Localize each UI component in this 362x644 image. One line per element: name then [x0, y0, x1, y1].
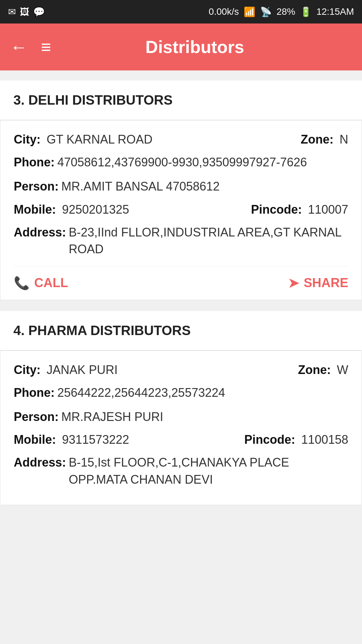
divider-1 — [14, 266, 348, 266]
page-title: Distributors — [64, 37, 325, 57]
share-button-1[interactable]: ➤ SHARE — [288, 276, 348, 290]
mobile-label-2: Mobile: — [14, 433, 56, 446]
signal-icon: 📡 — [260, 6, 272, 17]
call-label-1: CALL — [34, 276, 68, 290]
content: 3. DELHI DISTRIBUTORS City: GT KARNAL RO… — [0, 80, 362, 519]
zone-label-1: Zone: — [301, 132, 334, 146]
menu-button[interactable]: ≡ — [41, 37, 51, 57]
zone-value-1: N — [340, 132, 348, 146]
gallery-icon: 🖼 — [20, 6, 29, 17]
person-label-1: Person: — [14, 178, 59, 195]
city-label-2: City: — [14, 363, 41, 377]
action-row-1: 📞 CALL ➤ SHARE — [14, 272, 348, 290]
address-label-2: Address: — [14, 454, 66, 471]
battery-icon: 🔋 — [300, 6, 312, 17]
pincode-value-2: 1100158 — [301, 433, 348, 446]
mobile-value-1: 9250201325 — [62, 203, 129, 216]
section-header-1: 3. DELHI DISTRIBUTORS City: GT KARNAL RO… — [0, 80, 362, 300]
phone-icon-1: 📞 — [14, 276, 29, 290]
city-zone-row-2: City: JANAK PURI Zone: W — [14, 363, 348, 377]
person-value-1: MR.AMIT BANSAL 47058612 — [61, 178, 348, 195]
zone-value-2: W — [337, 363, 348, 377]
wifi-icon: 📶 — [244, 6, 255, 17]
distributor-card-2: City: JANAK PURI Zone: W Phone: 25644222… — [0, 351, 362, 505]
address-value-2: B-15,Ist FLOOR,C-1,CHANAKYA PLACE OPP.MA… — [69, 454, 348, 488]
phone-row-2: Phone: 25644222,25644223,25573224 — [14, 384, 348, 401]
section-name-1: DELHI DISTRIBUTORS — [28, 93, 172, 107]
phone-value-1: 47058612,43769900-9930,93509997927-7626 — [57, 154, 348, 171]
person-row-1: Person: MR.AMIT BANSAL 47058612 — [14, 178, 348, 195]
phone-value-2: 25644222,25644223,25573224 — [57, 384, 348, 401]
city-value-1: GT KARNAL ROAD — [47, 132, 153, 146]
section-index-1: 3 — [13, 93, 21, 107]
pincode-label-2: Pincode: — [244, 433, 295, 446]
phone-row-1: Phone: 47058612,43769900-9930,9350999792… — [14, 154, 348, 171]
address-row-1: Address: B-23,IInd FLLOR,INDUSTRIAL AREA… — [14, 224, 348, 258]
zone-label-2: Zone: — [298, 363, 331, 377]
phone-label-2: Phone: — [14, 384, 55, 401]
time: 12:15AM — [316, 6, 354, 17]
share-label-1: SHARE — [304, 276, 348, 290]
battery-level: 28% — [277, 6, 295, 17]
section-header-2: 4. PHARMA DISTRIBUTORS City: JANAK PURI … — [0, 311, 362, 505]
address-row-2: Address: B-15,Ist FLOOR,C-1,CHANAKYA PLA… — [14, 454, 348, 488]
city-label-1: City: — [14, 132, 41, 146]
mobile-value-2: 9311573222 — [62, 433, 129, 446]
status-bar: ✉ 🖼 💬 0.00k/s 📶 📡 28% 🔋 12:15AM — [0, 0, 362, 23]
mobile-pincode-row-1: Mobile: 9250201325 Pincode: 110007 — [14, 203, 348, 217]
pincode-label-1: Pincode: — [251, 203, 302, 216]
city-value-2: JANAK PURI — [47, 363, 118, 377]
status-left: ✉ 🖼 💬 — [8, 6, 45, 17]
back-button[interactable]: ← — [10, 37, 27, 57]
address-label-1: Address: — [14, 224, 66, 241]
whatsapp-icon: 💬 — [33, 6, 45, 17]
share-icon-1: ➤ — [288, 276, 299, 290]
network-speed: 0.00k/s — [209, 6, 239, 17]
person-label-2: Person: — [14, 409, 59, 425]
distributor-card-1: City: GT KARNAL ROAD Zone: N Phone: 4705… — [0, 120, 362, 300]
section-index-2: 4 — [13, 323, 21, 338]
city-zone-row-1: City: GT KARNAL ROAD Zone: N — [14, 132, 348, 147]
gmail-icon: ✉ — [8, 6, 16, 17]
person-value-2: MR.RAJESH PURI — [61, 409, 348, 425]
phone-label-1: Phone: — [14, 154, 55, 171]
status-right: 0.00k/s 📶 📡 28% 🔋 12:15AM — [209, 6, 354, 17]
mobile-label-1: Mobile: — [14, 203, 56, 216]
call-button-1[interactable]: 📞 CALL — [14, 276, 68, 290]
mobile-pincode-row-2: Mobile: 9311573222 Pincode: 1100158 — [14, 433, 348, 447]
app-bar: ← ≡ Distributors — [0, 23, 362, 70]
person-row-2: Person: MR.RAJESH PURI — [14, 409, 348, 425]
address-value-1: B-23,IInd FLLOR,INDUSTRIAL AREA,GT KARNA… — [69, 224, 348, 258]
pincode-value-1: 110007 — [308, 203, 348, 216]
section-name-2: PHARMA DISTRIBUTORS — [28, 323, 190, 338]
